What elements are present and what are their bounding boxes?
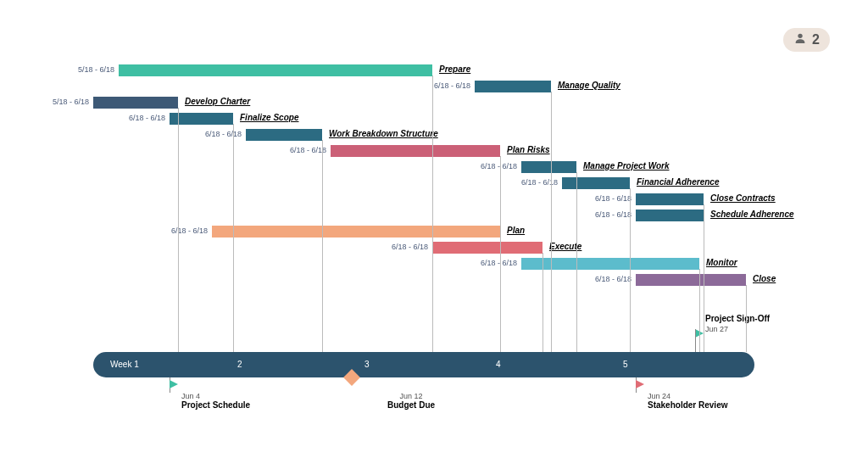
milestone-label: Project Schedule: [181, 400, 288, 410]
task-label[interactable]: Finalize Scope: [240, 113, 298, 122]
gantt-bar[interactable]: [521, 258, 699, 270]
guide-line: [322, 140, 323, 352]
timeline-axis: Week 12345: [93, 352, 754, 377]
milestone-flag-icon: [170, 380, 178, 388]
milestone[interactable]: Jun 24Stakeholder Review: [636, 380, 754, 410]
guide-line: [500, 156, 501, 352]
task-date-range: 6/18 - 6/18: [424, 81, 470, 90]
gantt-bar[interactable]: [521, 161, 576, 173]
task-label[interactable]: Close: [753, 274, 776, 283]
task-label[interactable]: Financial Adherence: [637, 177, 719, 187]
task-date-range: 5/18 - 6/18: [68, 65, 114, 74]
guide-line: [699, 269, 700, 352]
task-date-range: 6/18 - 6/18: [381, 243, 428, 251]
task-label[interactable]: Plan Risks: [507, 145, 550, 154]
task-date-range: 6/18 - 6/18: [470, 162, 517, 170]
task-date-range: 6/18 - 6/18: [585, 210, 632, 219]
task-label[interactable]: Manage Project Work: [583, 161, 670, 170]
gantt-bar[interactable]: [562, 177, 630, 189]
gantt-bar[interactable]: [170, 113, 233, 125]
milestone-date: Jun 27: [705, 325, 807, 333]
task-date-range: 6/18 - 6/18: [585, 194, 632, 203]
axis-tick: 5: [623, 360, 628, 369]
guide-line: [746, 285, 747, 352]
gantt-bar[interactable]: [93, 97, 178, 109]
gantt-chart: 5/18 - 6/18Prepare6/18 - 6/18Manage Qual…: [93, 64, 754, 344]
gantt-bar[interactable]: [212, 226, 500, 238]
gantt-bar[interactable]: [119, 64, 432, 76]
collaborator-badge[interactable]: 2: [783, 28, 830, 52]
gantt-row: 6/18 - 6/18Financial Adherence: [93, 176, 754, 190]
milestone-date: Jun 4: [181, 392, 288, 400]
milestone-flag-icon: [636, 380, 644, 388]
gantt-bar[interactable]: [331, 145, 500, 157]
milestone[interactable]: Jun 12Budget Due: [352, 380, 470, 410]
guide-line: [551, 92, 552, 352]
task-label[interactable]: Work Breakdown Structure: [329, 129, 438, 138]
gantt-bar[interactable]: [636, 274, 746, 286]
task-label[interactable]: Schedule Adherence: [710, 210, 794, 219]
milestone[interactable]: Project Sign-OffJun 27: [705, 314, 807, 333]
task-label[interactable]: Plan: [507, 226, 525, 235]
person-icon: [793, 31, 807, 48]
task-label[interactable]: Manage Quality: [558, 81, 620, 90]
guide-line: [542, 253, 543, 352]
gantt-bar[interactable]: [636, 193, 704, 205]
milestone-label: Stakeholder Review: [648, 400, 754, 410]
guide-line: [576, 172, 577, 352]
gantt-bar[interactable]: [432, 242, 542, 254]
gantt-bar[interactable]: [636, 210, 704, 221]
gantt-row: 6/18 - 6/18Plan: [93, 225, 754, 238]
task-date-range: 6/18 - 6/18: [280, 146, 326, 154]
task-label[interactable]: Close Contracts: [710, 193, 776, 203]
gantt-row: 6/18 - 6/18Manage Project Work: [93, 160, 754, 174]
guide-line: [178, 108, 179, 352]
milestone-pole: [695, 329, 696, 352]
gantt-bar[interactable]: [475, 81, 551, 92]
task-label[interactable]: Monitor: [706, 258, 737, 267]
gantt-row: 5/18 - 6/18Develop Charter: [93, 96, 754, 109]
task-label[interactable]: Prepare: [439, 64, 470, 74]
gantt-bar[interactable]: [246, 129, 322, 141]
gantt-row: 6/18 - 6/18Plan Risks: [93, 144, 754, 158]
axis-tick: Week 1: [110, 360, 139, 369]
gantt-row: 6/18 - 6/18Close: [93, 273, 754, 287]
gantt-row: 6/18 - 6/18Manage Quality: [93, 80, 754, 93]
axis-tick: 4: [496, 360, 501, 369]
gantt-row: 6/18 - 6/18Monitor: [93, 257, 754, 271]
milestone-label: Budget Due: [352, 400, 470, 410]
collaborator-count: 2: [812, 32, 820, 48]
gantt-row: 6/18 - 6/18Execute: [93, 241, 754, 254]
milestone-date: Jun 12: [352, 392, 470, 400]
guide-line: [432, 75, 433, 352]
task-date-range: 6/18 - 6/18: [119, 114, 165, 122]
gantt-row: 6/18 - 6/18Finalize Scope: [93, 112, 754, 126]
gantt-row: 6/18 - 6/18Work Breakdown Structure: [93, 128, 754, 142]
guide-line: [704, 204, 704, 352]
task-label[interactable]: Develop Charter: [185, 97, 250, 106]
task-date-range: 6/18 - 6/18: [470, 259, 517, 267]
task-date-range: 6/18 - 6/18: [161, 226, 208, 235]
gantt-row: 6/18 - 6/18Schedule Adherence: [93, 209, 754, 222]
axis-tick: 2: [237, 360, 242, 369]
guide-line: [630, 188, 631, 352]
milestone-date: Jun 24: [648, 392, 754, 400]
milestone[interactable]: Jun 4Project Schedule: [170, 380, 288, 410]
gantt-row: 5/18 - 6/18Prepare: [93, 64, 754, 77]
task-date-range: 6/18 - 6/18: [195, 130, 242, 138]
gantt-row: 6/18 - 6/18Close Contracts: [93, 193, 754, 206]
task-date-range: 5/18 - 6/18: [42, 98, 89, 106]
milestone-label: Project Sign-Off: [705, 314, 807, 323]
guide-line: [233, 124, 234, 352]
svg-point-0: [798, 34, 802, 38]
task-date-range: 6/18 - 6/18: [585, 275, 632, 283]
axis-tick: 3: [364, 360, 370, 369]
